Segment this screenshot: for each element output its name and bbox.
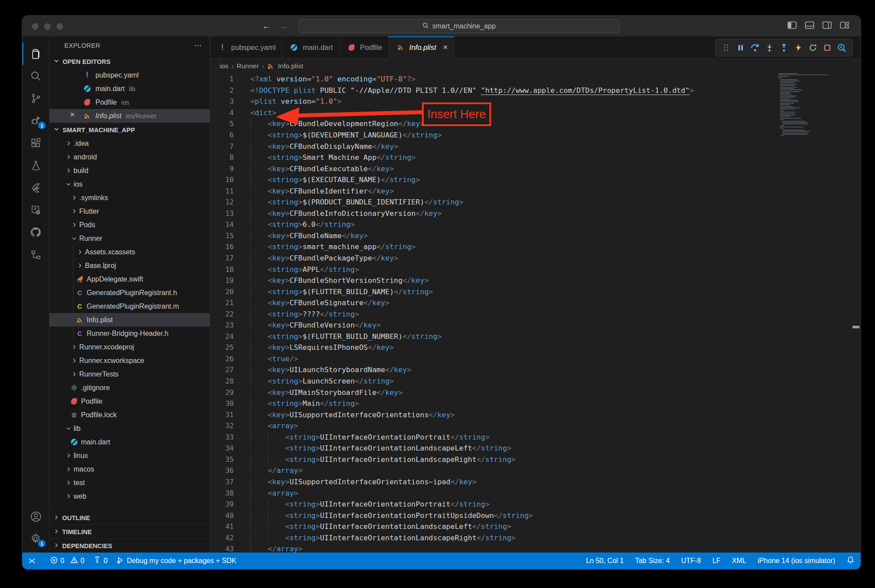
- ports-indicator[interactable]: 0: [93, 556, 108, 566]
- command-center-search[interactable]: smart_machine_app: [298, 19, 620, 33]
- code-line[interactable]: 2<!DOCTYPE plist PUBLIC "-//Apple//DTD P…: [210, 85, 861, 96]
- tree-item-test[interactable]: test: [49, 476, 210, 489]
- code-line[interactable]: 10 <string>$(EXECUTABLE_NAME)</string>: [210, 174, 861, 186]
- code-line[interactable]: 34 <string>UIInterfaceOrientationLandsca…: [210, 443, 861, 454]
- section-dependencies[interactable]: DEPENDENCIES: [49, 539, 210, 553]
- open-editor-info-plist[interactable]: ✕Info.plistios/Runner: [49, 109, 210, 123]
- hot-reload-icon[interactable]: [793, 42, 804, 53]
- project-tool-icon[interactable]: [22, 199, 49, 221]
- flutter-icon[interactable]: [22, 176, 49, 199]
- code-line[interactable]: 22 <string>????</string>: [210, 308, 861, 320]
- section-outline[interactable]: OUTLINE: [49, 511, 210, 525]
- window-controls[interactable]: [32, 23, 63, 30]
- status-tab-size-4[interactable]: Tab Size: 4: [635, 557, 670, 565]
- code-line[interactable]: 3<plist version="1.0">: [210, 96, 861, 107]
- code-line[interactable]: 5 <key>CFBundleDevelopmentRegion</key>: [210, 118, 861, 130]
- problems-indicator[interactable]: 0 0: [50, 556, 84, 566]
- code-line[interactable]: 39 <string>UIInterfaceOrientationPortrai…: [210, 499, 861, 510]
- account-icon[interactable]: [22, 505, 49, 528]
- code-line[interactable]: 38 <array>: [210, 487, 861, 499]
- step-over-icon[interactable]: [750, 42, 760, 53]
- debug-status[interactable]: Debug my code + packages + SDK: [116, 556, 236, 566]
- tree-item-idea[interactable]: .idea: [49, 137, 210, 150]
- code-line[interactable]: 35 <string>UIInterfaceOrientationLandsca…: [210, 454, 861, 465]
- tab-main-dart[interactable]: main.dart: [282, 36, 340, 58]
- code-line[interactable]: 33 <string>UIInterfaceOrientationPortrai…: [210, 432, 861, 443]
- tree-item-info-plist[interactable]: Info.plist: [49, 313, 210, 327]
- extensions-icon[interactable]: [22, 132, 49, 154]
- code-line[interactable]: 11 <key>CFBundleIdentifier</key>: [210, 185, 861, 197]
- code-line[interactable]: 7 <key>CFBundleDisplayName</key>: [210, 141, 861, 152]
- code-line[interactable]: 19 <key>CFBundleShortVersionString</key>: [210, 275, 861, 286]
- tab-pubspec-yaml[interactable]: !pubspec.yaml: [210, 36, 282, 58]
- code-line[interactable]: 9 <key>CFBundleExecutable</key>: [210, 163, 861, 174]
- tab-podfile[interactable]: Podfile: [340, 36, 389, 58]
- code-line[interactable]: 24 <string>$(FLUTTER_BUILD_NUMBER)</stri…: [210, 331, 861, 342]
- stop-icon[interactable]: [822, 42, 833, 53]
- code-editor[interactable]: 1<?xml version="1.0" encoding="UTF-8"?>2…: [210, 73, 861, 553]
- tree-item-runner-xcworkspace[interactable]: Runner.xcworkspace: [49, 354, 210, 367]
- section-timeline[interactable]: TIMELINE: [49, 525, 210, 539]
- status-ln-50-col-1[interactable]: Ln 50, Col 1: [586, 557, 624, 565]
- open-editor-pubspec-yaml[interactable]: !pubspec.yaml: [49, 68, 210, 82]
- code-line[interactable]: 16 <string>smart_machine_app</string>: [210, 241, 861, 253]
- code-line[interactable]: 21 <key>CFBundleSignature</key>: [210, 297, 861, 309]
- layout-sidebar-right-icon[interactable]: [822, 21, 832, 29]
- code-line[interactable]: 20 <string>$(FLUTTER_BUILD_NAME)</string…: [210, 286, 861, 297]
- minimap[interactable]: [778, 73, 844, 137]
- status-xml[interactable]: XML: [732, 557, 746, 565]
- code-line[interactable]: 37 <key>UISupportedInterfaceOrientations…: [210, 476, 861, 488]
- tree-item-base-lproj[interactable]: Base.lproj: [49, 259, 210, 272]
- tree-item-podfile-lock[interactable]: ≣Podfile.lock: [49, 408, 210, 422]
- tree-item-android[interactable]: android: [49, 150, 210, 164]
- code-line[interactable]: 17 <key>CFBundlePackageType</key>: [210, 253, 861, 264]
- tree-item-runner-bridging-header-h[interactable]: CRunner-Bridging-Header.h: [49, 327, 210, 340]
- code-line[interactable]: 31 <key>UISupportedInterfaceOrientations…: [210, 409, 861, 420]
- layout-grid-icon[interactable]: [840, 21, 849, 29]
- tree-item-ios[interactable]: ios: [49, 177, 210, 191]
- source-control-icon[interactable]: [22, 87, 49, 109]
- status-lf[interactable]: LF: [712, 557, 720, 565]
- code-line[interactable]: 41 <string>UIInterfaceOrientationLandsca…: [210, 521, 861, 532]
- code-line[interactable]: 23 <key>CFBundleVersion</key>: [210, 320, 861, 331]
- layout-sidebar-icon[interactable]: [787, 21, 797, 29]
- tree-item-runnertests[interactable]: RunnerTests: [49, 367, 210, 381]
- code-line[interactable]: 36 </array>: [210, 465, 861, 476]
- code-line[interactable]: 8 <string>Smart Machine App</string>: [210, 152, 861, 163]
- breadcrumb-item-runner[interactable]: Runner: [237, 62, 259, 70]
- status-iphone-14-ios-simulator[interactable]: iPhone 14 (ios simulator): [758, 557, 835, 565]
- run-debug-icon[interactable]: 1: [22, 109, 49, 132]
- code-line[interactable]: 15 <key>CFBundleName</key>: [210, 230, 861, 242]
- code-line[interactable]: 29 <key>UIMainStoryboardFile</key>: [210, 387, 861, 398]
- code-line[interactable]: 30 <string>Main</string>: [210, 398, 861, 409]
- tree-item-linux[interactable]: linux: [49, 449, 210, 462]
- testing-icon[interactable]: [22, 154, 49, 176]
- tree-item-generatedpluginregistrant-m[interactable]: CGeneratedPluginRegistrant.m: [49, 299, 210, 313]
- tree-item-main-dart[interactable]: main.dart: [49, 435, 210, 449]
- tree-item-web[interactable]: web: [49, 489, 210, 503]
- breadcrumb-item-ios[interactable]: ios: [220, 62, 228, 70]
- code-line[interactable]: 26 <true/>: [210, 353, 861, 365]
- code-line[interactable]: 43 </array>: [210, 543, 861, 553]
- close-icon[interactable]: ✕: [70, 111, 75, 119]
- close-icon[interactable]: ✕: [443, 44, 448, 51]
- tree-item-flutter[interactable]: Flutter: [49, 204, 210, 218]
- open-editor-podfile[interactable]: Podfileios: [49, 95, 210, 109]
- code-line[interactable]: 4<dict>: [210, 107, 861, 119]
- project-section-header[interactable]: SMART_MACHINE_APP: [49, 123, 210, 137]
- layout-panel-icon[interactable]: [805, 21, 814, 29]
- settings-gear-icon[interactable]: 1: [22, 528, 49, 550]
- step-into-icon[interactable]: [764, 42, 775, 53]
- step-out-icon[interactable]: [779, 42, 789, 53]
- code-line[interactable]: 18 <string>APPL</string>: [210, 264, 861, 275]
- tree-item-generatedpluginregistrant-h[interactable]: CGeneratedPluginRegistrant.h: [49, 286, 210, 299]
- back-icon[interactable]: ←: [262, 21, 271, 31]
- forward-icon[interactable]: →: [279, 21, 288, 31]
- code-line[interactable]: 40 <string>UIInterfaceOrientationPortrai…: [210, 510, 861, 521]
- tree-item-podfile[interactable]: Podfile: [49, 394, 210, 408]
- tree-item-macos[interactable]: macos: [49, 462, 210, 476]
- status-utf-8[interactable]: UTF-8: [681, 557, 701, 565]
- explorer-icon[interactable]: [22, 42, 49, 65]
- code-line[interactable]: 12 <string>$(PRODUCT_BUNDLE_IDENTIFIER)<…: [210, 197, 861, 208]
- explorer-more-actions-icon[interactable]: ⋯: [194, 41, 203, 50]
